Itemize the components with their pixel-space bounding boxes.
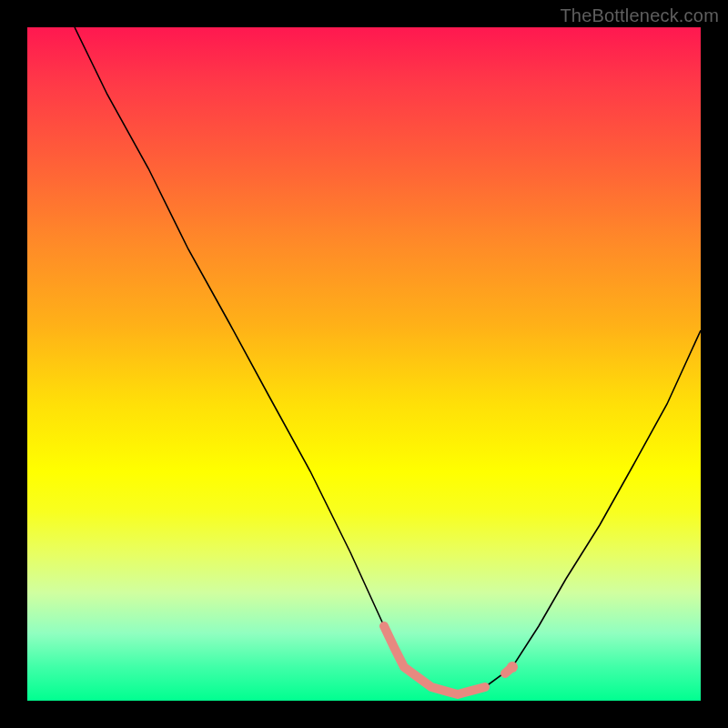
highlight-segment [384,626,512,694]
plot-area [27,27,701,701]
curve-path [75,27,701,694]
highlight-dot-right [507,662,518,672]
attribution-text: TheBottleneck.com [560,5,719,26]
bottleneck-curve [27,27,701,701]
chart-container: TheBottleneck.com [0,0,728,728]
